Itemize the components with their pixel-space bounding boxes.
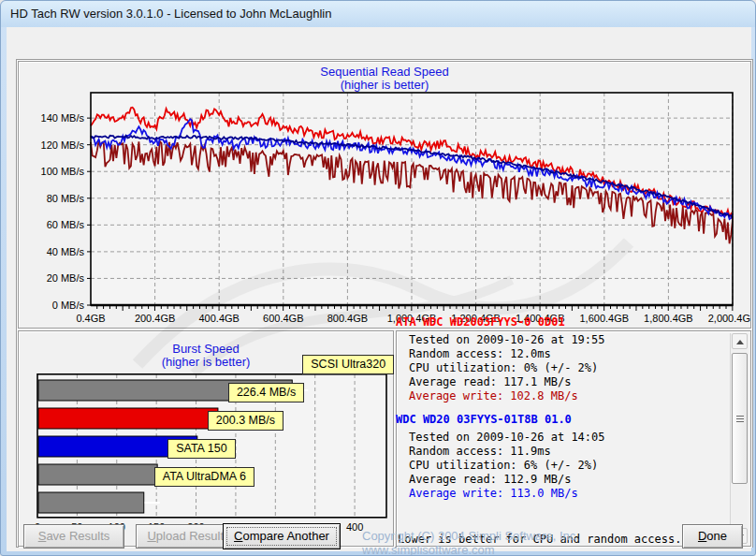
scrollbar-thumb[interactable] [732,353,748,484]
titlebar[interactable]: HD Tach RW version 3.0.1.0 - Licensed to… [1,1,755,27]
drive-stat: CPU utilization: 6% (+/- 2%) [396,459,598,472]
save-results-button[interactable]: Save Results [23,524,124,549]
y-tick-label: 120 MB/s [41,139,85,151]
client-area: Sequential Read Speed (higher is better)… [7,27,751,551]
y-tick-label: 20 MB/s [47,272,85,284]
done-button[interactable]: Done [682,524,743,549]
arrow-up-icon [736,340,744,344]
save-results-label: Save Results [24,525,124,548]
done-label: Done [683,525,742,548]
burst-bar-label: ATA UltraDMA 6 [154,467,254,487]
drive-stat: Tested on 2009-10-26 at 14:05 [396,431,605,444]
drive-stat: CPU utilization: 0% (+/- 2%) [396,361,598,374]
window-title: HD Tach RW version 3.0.1.0 - Licensed to… [10,7,331,21]
drive-name: WDC WD20 03FYYS-01T8B 01.0 [396,413,572,426]
burst-chart-title: Burst Speed [19,342,393,356]
drive-stat: Average read: 117.1 MB/s [396,375,571,388]
burst-bar-label: 200.3 MB/s [208,411,284,431]
sequential-read-chart: 0 MB/s20 MB/s40 MB/s60 MB/s80 MB/s100 MB… [19,62,750,327]
scrollbar-up-button[interactable] [732,333,748,349]
x-tick-label: 1,600.4GB [580,313,630,324]
y-tick-label: 0 MB/s [52,300,85,311]
drive-stat: Average write: 113.0 MB/s [396,487,578,500]
x-tick-label: 400.4GB [198,313,239,324]
y-tick-label: 100 MB/s [41,166,85,177]
hdtach-window: HD Tach RW version 3.0.1.0 - Licensed to… [0,0,756,556]
drive-name: ATA WDC WD2003FYYS-0 0D01 [396,315,565,329]
burst-bar [38,464,157,485]
x-tick-label: 1,800.4GB [644,313,693,324]
burst-bar-label: 226.4 MB/s [228,383,304,402]
burst-bar [38,492,144,513]
scrollbar-grip-icon [736,416,744,422]
x-tick-label: 2,000.4GB [708,313,750,324]
y-tick-label: 60 MB/s [47,219,85,230]
x-tick-label: 800.4GB [327,313,368,324]
x-tick-label: 0.4GB [76,313,105,324]
y-tick-label: 80 MB/s [47,193,85,204]
burst-bar-label: SCSI Ultra320 [302,355,394,374]
y-tick-label: 140 MB/s [41,112,85,124]
drive-stat: Average write: 102.8 MB/s [396,389,578,402]
compare-another-drive-label: Compare Another Drive [224,524,340,556]
info-scrollbar[interactable] [730,333,748,544]
copyright-text: Copyright (C) 2004 Simpli Software, Inc.… [362,529,671,556]
drive-stat: Average read: 112.9 MB/s [396,473,571,486]
x-tick-label: 600.4GB [263,313,303,324]
drive-stat: Random access: 11.9ms [396,445,551,458]
x-tick-label: 200.4GB [135,313,175,324]
burst-bar [38,408,218,429]
drive-stat: Random access: 12.0ms [396,347,551,360]
burst-bar-label: SATA 150 [167,439,235,459]
x-tick-label: 400 [346,521,363,533]
drive-stat: Tested on 2009-10-26 at 19:55 [396,333,605,346]
compare-another-drive-button[interactable]: Compare Another Drive [223,523,341,549]
y-tick-label: 40 MB/s [47,246,85,257]
